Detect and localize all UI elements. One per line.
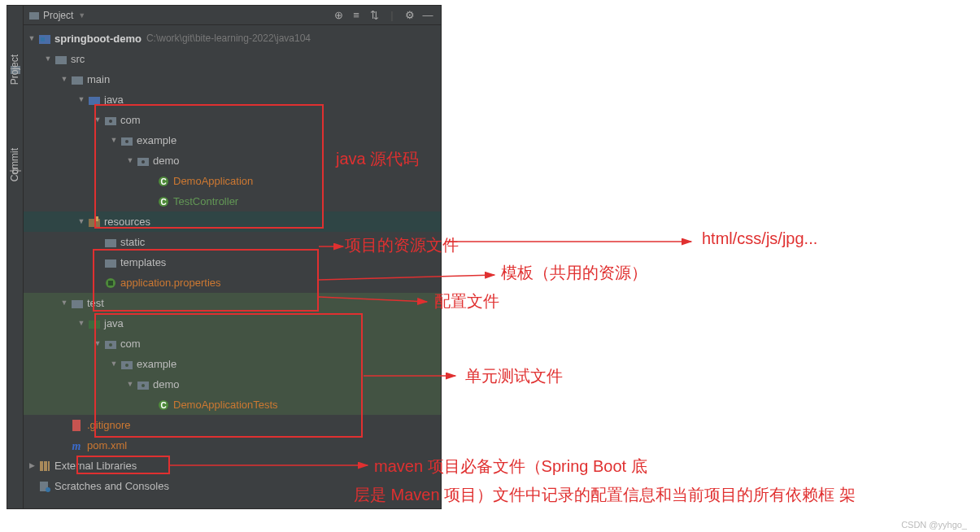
tree-row-testcontroller[interactable]: C TestController	[24, 191, 441, 211]
module-icon	[38, 33, 51, 46]
gitignore-file-icon	[71, 419, 84, 432]
package-icon	[137, 155, 150, 168]
svg-rect-21	[95, 216, 98, 221]
node-label: main	[87, 69, 110, 89]
project-root-row[interactable]: ▼ springboot-demo C:\work\git\bite-learn…	[24, 28, 441, 49]
panel-header: Project ▼ ⊕ ≡ ⇅ | ⚙ —	[24, 6, 441, 25]
chevron-down-icon[interactable]: ▼	[43, 49, 53, 69]
panel-title[interactable]: Project	[43, 10, 73, 21]
folder-icon	[71, 73, 84, 86]
svg-point-33	[142, 384, 145, 387]
tree-row-java[interactable]: ▼ java	[24, 89, 441, 110]
package-icon	[104, 114, 117, 127]
class-icon: C	[157, 195, 170, 208]
tree-row-src[interactable]: ▼ src	[24, 49, 441, 69]
node-label: example	[137, 354, 176, 374]
svg-point-31	[125, 364, 128, 367]
chevron-down-icon[interactable]: ▼	[59, 69, 69, 89]
node-label: java	[104, 313, 124, 334]
annotation-maven-line2: 层是 Maven 项目）文件中记录的配置信息和当前项目的所有依赖框 架	[354, 484, 856, 506]
svg-rect-7	[55, 56, 67, 64]
node-label: DemoApplication	[173, 171, 253, 191]
settings-button[interactable]: ⚙	[402, 7, 418, 24]
project-tree[interactable]: ▼ springboot-demo C:\work\git\bite-learn…	[24, 25, 441, 508]
node-label: resources	[104, 211, 150, 232]
tree-row-main[interactable]: ▼ main	[24, 69, 441, 89]
test-source-folder-icon	[88, 317, 101, 330]
node-label: application.properties	[120, 273, 221, 293]
annotation-config: 配置文件	[434, 290, 499, 312]
svg-rect-4	[29, 12, 39, 20]
svg-rect-38	[40, 461, 43, 471]
project-panel: Project ▼ ⊕ ≡ ⇅ | ⚙ — ▼ springboot-demo …	[24, 6, 441, 508]
chevron-right-icon[interactable]: ▶	[27, 456, 37, 476]
chevron-down-icon[interactable]: ▼	[93, 110, 102, 130]
folder-icon	[104, 236, 117, 249]
package-icon	[120, 134, 133, 147]
svg-rect-39	[44, 461, 47, 471]
folder-icon	[54, 53, 68, 66]
node-path: C:\work\git\bite-learning-2022\java104	[146, 28, 311, 49]
chevron-down-icon[interactable]: ▼	[93, 334, 102, 354]
folder-icon	[104, 256, 117, 269]
tree-row-demoapplication[interactable]: C DemoApplication	[24, 171, 441, 191]
maven-file-icon: m	[71, 439, 84, 452]
chevron-down-icon[interactable]: ▼	[76, 89, 86, 110]
class-icon: C	[157, 175, 170, 188]
tree-row-test-example[interactable]: ▼ example	[24, 354, 441, 374]
tree-row-test-demo[interactable]: ▼ demo	[24, 374, 441, 395]
select-opened-file-button[interactable]: ⊕	[330, 7, 346, 24]
tree-row-com[interactable]: ▼ com	[24, 110, 441, 130]
node-label: pom.xml	[87, 435, 127, 456]
tree-row-gitignore[interactable]: .gitignore	[24, 415, 441, 435]
annotation-resources: 项目的资源文件	[345, 234, 459, 256]
expand-all-button[interactable]: ≡	[348, 7, 364, 24]
svg-rect-23	[105, 259, 116, 268]
collapse-all-button[interactable]: ⇅	[366, 7, 382, 24]
commit-tab-strip[interactable]: Commit	[9, 148, 20, 181]
node-label: DemoApplicationTests	[173, 395, 278, 415]
tree-row-test[interactable]: ▼ test	[24, 293, 441, 313]
node-label: java	[104, 89, 124, 110]
svg-point-11	[109, 120, 112, 123]
svg-rect-36	[72, 420, 81, 431]
node-label: com	[120, 110, 141, 130]
node-label: springboot-demo	[54, 28, 142, 49]
tool-rail: Project Commit	[7, 6, 24, 508]
tree-row-test-com[interactable]: ▼ com	[24, 334, 441, 354]
svg-point-42	[46, 487, 50, 492]
chevron-down-icon[interactable]: ▼	[76, 313, 86, 334]
tree-row-resources[interactable]: ▼ resources	[24, 211, 441, 232]
chevron-down-icon[interactable]: ▼	[27, 28, 37, 49]
annotation-templates: 模板（共用的资源）	[501, 262, 647, 284]
node-label: demo	[153, 150, 180, 171]
svg-rect-27	[89, 321, 100, 329]
node-label: test	[87, 293, 104, 313]
hide-panel-button[interactable]: —	[420, 7, 436, 24]
chevron-down-icon[interactable]: ▼	[76, 211, 86, 232]
resources-folder-icon	[88, 216, 101, 229]
node-label: Scratches and Consoles	[54, 476, 169, 496]
chevron-down-icon[interactable]: ▼	[59, 293, 69, 313]
package-icon	[137, 378, 150, 391]
svg-point-15	[142, 160, 145, 164]
panel-view-dropdown[interactable]: ▼	[78, 11, 85, 20]
svg-text:C: C	[160, 401, 166, 410]
chevron-down-icon[interactable]: ▼	[109, 130, 119, 150]
svg-text:C: C	[160, 177, 166, 186]
project-tab-strip[interactable]: Project	[9, 55, 20, 85]
chevron-down-icon[interactable]: ▼	[125, 150, 135, 171]
svg-rect-6	[41, 37, 45, 41]
node-label: static	[120, 232, 145, 252]
libraries-icon	[38, 460, 51, 473]
chevron-down-icon[interactable]: ▼	[109, 354, 119, 374]
tree-row-demoapplicationtests[interactable]: C DemoApplicationTests	[24, 395, 441, 415]
node-label: External Libraries	[54, 456, 137, 476]
node-label: demo	[153, 374, 180, 395]
tree-row-test-java[interactable]: ▼ java	[24, 313, 441, 334]
node-label: example	[137, 130, 176, 150]
package-icon	[120, 358, 133, 371]
tree-row-application-properties[interactable]: application.properties	[24, 273, 441, 293]
tree-row-pom[interactable]: m pom.xml	[24, 435, 441, 456]
chevron-down-icon[interactable]: ▼	[125, 374, 135, 395]
